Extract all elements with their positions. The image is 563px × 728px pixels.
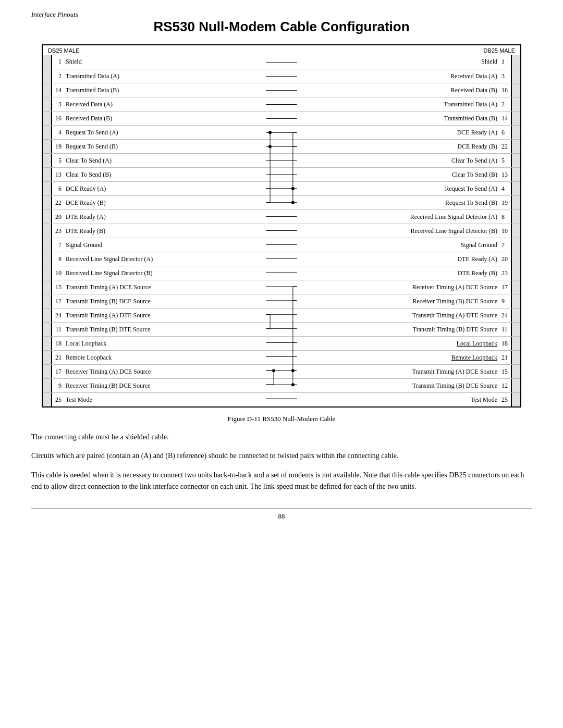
right-pin-num: 12 bbox=[499, 382, 511, 390]
right-pin-num: 10 bbox=[499, 227, 511, 235]
right-connector-bar bbox=[511, 323, 520, 336]
right-pin-num: 11 bbox=[499, 326, 511, 334]
right-pin-label: Transmitted Data (B) bbox=[297, 114, 499, 124]
right-pin-num: 21 bbox=[499, 354, 511, 362]
right-pin-label: Transmit Timing (A) DTE Source bbox=[297, 311, 499, 320]
right-pin-label: Transmitted Data (A) bbox=[297, 100, 499, 109]
left-pin-label: Signal Ground bbox=[64, 240, 266, 250]
table-row: 1 Shield Shield 1 bbox=[43, 55, 520, 69]
left-connector-bar bbox=[43, 337, 52, 350]
left-pin-label: DCE Ready (B) bbox=[64, 198, 266, 208]
left-pin-num: 5 bbox=[52, 157, 64, 165]
figure-caption: Figure D-11 RS530 Null-Modem Cable bbox=[31, 415, 532, 423]
left-pin-num: 21 bbox=[52, 354, 64, 362]
table-row: 22 DCE Ready (B) Request To Send (B) 19 bbox=[43, 195, 520, 209]
left-connector-bar bbox=[43, 210, 52, 224]
left-pin-num: 6 bbox=[52, 185, 64, 193]
body-text: The connecting cable must be a shielded … bbox=[31, 431, 532, 493]
left-pin-label: Request To Send (B) bbox=[64, 142, 266, 152]
right-connector-bar bbox=[511, 238, 520, 252]
table-row: 19 Request To Send (B) DCE Ready (B) 22 bbox=[43, 139, 520, 153]
right-connector-bar bbox=[511, 168, 520, 181]
right-pin-label: DTE Ready (A) bbox=[297, 254, 499, 264]
left-pin-label: Received Data (A) bbox=[64, 100, 266, 109]
left-pin-label: Transmit Timing (B) DTE Source bbox=[64, 325, 266, 335]
right-connector-bar bbox=[511, 252, 520, 266]
table-row: 8 Received Line Signal Detector (A) DTE … bbox=[43, 252, 520, 266]
table-row: 6 DCE Ready (A) Request To Send (A) 4 bbox=[43, 181, 520, 195]
left-pin-num: 8 bbox=[52, 255, 64, 263]
right-connector-bar bbox=[511, 210, 520, 224]
body-paragraph-3: This cable is needed when it is necessar… bbox=[31, 470, 532, 493]
left-pin-num: 15 bbox=[52, 283, 64, 291]
right-connector-bar bbox=[511, 140, 520, 153]
right-pin-label: Received Data (A) bbox=[297, 71, 499, 81]
right-connector-bar bbox=[511, 365, 520, 378]
right-pin-num: 18 bbox=[499, 340, 511, 348]
left-connector-bar bbox=[43, 140, 52, 153]
right-pin-label: Request To Send (B) bbox=[297, 198, 499, 208]
page-title: RS530 Null-Modem Cable Configuration bbox=[31, 19, 532, 35]
right-connector-bar bbox=[511, 266, 520, 280]
right-pin-label: Test Mode bbox=[297, 395, 499, 405]
left-connector-bar bbox=[43, 280, 52, 294]
table-row: 24 Transmit Timing (A) DTE Source Transm… bbox=[43, 308, 520, 322]
left-connector-bar bbox=[43, 393, 52, 406]
left-pin-num: 9 bbox=[52, 382, 64, 390]
left-connector-bar bbox=[43, 69, 52, 83]
right-pin-num: 5 bbox=[499, 157, 511, 165]
table-row: 16 Received Data (B) Transmitted Data (B… bbox=[43, 111, 520, 125]
right-pin-label: Received Line Signal Detector (A) bbox=[297, 212, 499, 222]
table-row: 9 Receiver Timing (B) DCE Source Transmi… bbox=[43, 378, 520, 392]
right-connector-label: DB25 MALE bbox=[483, 47, 515, 54]
left-connector-bar bbox=[43, 154, 52, 167]
table-row: 15 Transmit Timing (A) DCE Source Receiv… bbox=[43, 280, 520, 294]
right-pin-label: DCE Ready (A) bbox=[297, 128, 499, 138]
table-row: 20 DTE Ready (A) Received Line Signal De… bbox=[43, 209, 520, 224]
left-pin-num: 4 bbox=[52, 129, 64, 137]
right-pin-num: 22 bbox=[499, 143, 511, 151]
right-pin-label: Received Data (B) bbox=[297, 85, 499, 95]
right-pin-label: Receiver Timing (A) DCE Source bbox=[297, 282, 499, 292]
left-pin-num: 17 bbox=[52, 368, 64, 376]
cable-diagram: DB25 MALE DB25 MALE 1 Shield Shield 1 2 … bbox=[42, 44, 521, 408]
right-pin-label: Transmit Timing (B) DTE Source bbox=[297, 325, 499, 335]
right-connector-bar bbox=[511, 309, 520, 322]
left-connector-label: DB25 MALE bbox=[48, 47, 80, 54]
right-pin-num: 24 bbox=[499, 312, 511, 319]
right-connector-bar bbox=[511, 294, 520, 308]
left-pin-label: Transmit Timing (A) DTE Source bbox=[64, 311, 266, 320]
left-pin-num: 11 bbox=[52, 326, 64, 334]
table-row: 11 Transmit Timing (B) DTE Source Transm… bbox=[43, 322, 520, 336]
right-pin-label: DTE Ready (B) bbox=[297, 268, 499, 278]
left-pin-num: 10 bbox=[52, 269, 64, 277]
right-pin-label: Request To Send (A) bbox=[297, 184, 499, 194]
right-pin-label: Transmit Timing (B) DCE Source bbox=[297, 381, 499, 391]
right-pin-num: 2 bbox=[499, 101, 511, 108]
left-connector-bar bbox=[43, 309, 52, 322]
left-pin-label: Transmit Timing (B) DCE Source bbox=[64, 297, 266, 306]
left-pin-label: Received Line Signal Detector (B) bbox=[64, 268, 266, 278]
right-pin-label: Clear To Send (B) bbox=[297, 170, 499, 180]
page-header: Interface Pinouts bbox=[31, 10, 532, 19]
left-connector-bar bbox=[43, 323, 52, 336]
left-pin-label: Receiver Timing (B) DCE Source bbox=[64, 381, 266, 391]
left-connector-bar bbox=[43, 238, 52, 252]
left-pin-num: 20 bbox=[52, 213, 64, 221]
table-row: 13 Clear To Send (B) Clear To Send (B) 1… bbox=[43, 167, 520, 181]
left-pin-label: Shield bbox=[64, 57, 266, 67]
left-connector-bar bbox=[43, 182, 52, 195]
right-pin-num: 4 bbox=[499, 185, 511, 193]
body-paragraph-2: Circuits which are paired (contain an (A… bbox=[31, 450, 532, 462]
left-connector-bar bbox=[43, 266, 52, 280]
body-paragraph-1: The connecting cable must be a shielded … bbox=[31, 431, 532, 443]
left-pin-label: DTE Ready (B) bbox=[64, 226, 266, 236]
left-pin-label: Clear To Send (B) bbox=[64, 170, 266, 180]
left-pin-num: 1 bbox=[52, 58, 64, 66]
left-pin-label: DTE Ready (A) bbox=[64, 212, 266, 222]
table-row: 10 Received Line Signal Detector (B) DTE… bbox=[43, 266, 520, 280]
right-pin-num: 1 bbox=[499, 58, 511, 66]
left-pin-label: Local Loopback bbox=[64, 339, 266, 349]
right-pin-num: 3 bbox=[499, 72, 511, 80]
right-connector-bar bbox=[511, 280, 520, 294]
